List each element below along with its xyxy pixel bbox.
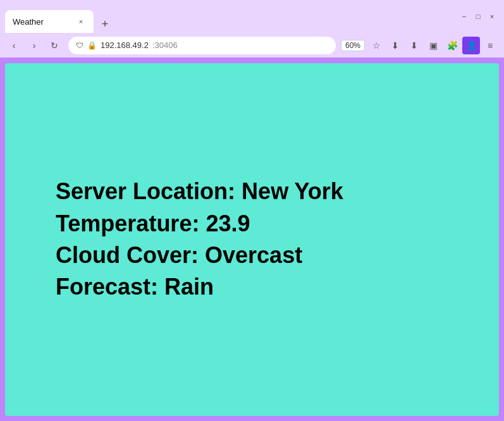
- temperature-value: 23.9: [206, 210, 250, 236]
- tab-close-button[interactable]: ×: [76, 16, 86, 27]
- address-port: :30406: [152, 40, 178, 50]
- weather-info: Server Location: New York Temperature: 2…: [56, 176, 343, 303]
- lock-icon: 🔒: [87, 41, 97, 50]
- minimize-button[interactable]: −: [460, 12, 469, 21]
- forecast-line: Forecast: Rain: [56, 271, 343, 303]
- cloud-cover-label: Cloud Cover:: [56, 242, 199, 268]
- forecast-label: Forecast:: [56, 274, 158, 300]
- active-tab[interactable]: Weather ×: [5, 10, 94, 33]
- nav-bar: ‹ › ↻ 🛡 🔒 192.168.49.2 :30406 60% ☆ ⬇ ⬇ …: [0, 33, 504, 58]
- pocket-icon[interactable]: ⬇: [386, 37, 404, 54]
- shield-icon: 🛡: [76, 41, 83, 50]
- new-tab-button[interactable]: +: [96, 15, 114, 33]
- tab-area: Weather × +: [5, 0, 456, 33]
- tab-title: Weather: [13, 17, 71, 27]
- download-icon[interactable]: ⬇: [405, 37, 423, 54]
- cloud-cover-line: Cloud Cover: Overcast: [56, 240, 343, 271]
- extension-icon[interactable]: 🧩: [443, 37, 461, 54]
- server-location-line: Server Location: New York: [56, 176, 343, 207]
- bookmark-icon[interactable]: ☆: [367, 37, 385, 54]
- temperature-label: Temperature:: [56, 210, 199, 236]
- server-location-label: Server Location:: [56, 178, 235, 204]
- title-bar: Weather × + − □ ×: [0, 0, 504, 33]
- nav-icons: ☆ ⬇ ⬇ ▣ 🧩 👤 ≡: [367, 37, 499, 54]
- zoom-badge[interactable]: 60%: [341, 40, 365, 51]
- split-view-icon[interactable]: ▣: [424, 37, 442, 54]
- server-location-value: New York: [242, 178, 343, 204]
- forecast-value: Rain: [164, 274, 214, 300]
- profile-icon[interactable]: 👤: [462, 37, 480, 54]
- cloud-cover-value: Overcast: [205, 242, 302, 268]
- address-bar[interactable]: 🛡 🔒 192.168.49.2 :30406: [68, 37, 336, 54]
- back-button[interactable]: ‹: [5, 37, 23, 54]
- forward-button[interactable]: ›: [25, 37, 43, 54]
- temperature-line: Temperature: 23.9: [56, 208, 343, 240]
- menu-icon[interactable]: ≡: [481, 37, 499, 54]
- close-button[interactable]: ×: [488, 12, 496, 21]
- reload-button[interactable]: ↻: [46, 37, 63, 54]
- window-controls: − □ ×: [460, 12, 499, 21]
- maximize-button[interactable]: □: [474, 12, 482, 21]
- content-area: Server Location: New York Temperature: 2…: [5, 63, 499, 416]
- address-domain: 192.168.49.2: [101, 40, 149, 50]
